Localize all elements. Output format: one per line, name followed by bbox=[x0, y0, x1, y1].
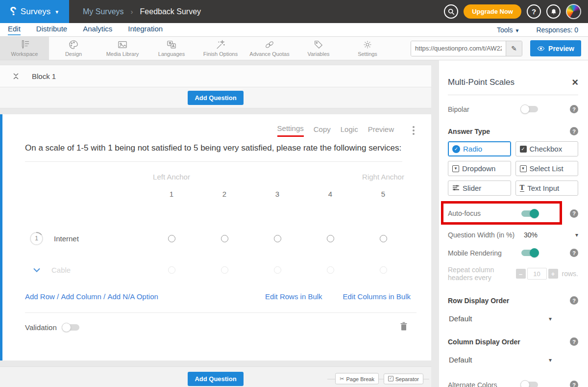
search-button[interactable] bbox=[444, 4, 458, 19]
preview-button[interactable]: Preview bbox=[530, 40, 581, 56]
question-width-value[interactable]: 30% bbox=[524, 231, 538, 239]
answer-type-radio[interactable]: ✓ Radio bbox=[448, 141, 511, 156]
collapse-block-button[interactable] bbox=[13, 73, 19, 79]
repeat-headers-value[interactable]: 10 bbox=[527, 268, 547, 280]
answer-type-dropdown[interactable]: ▼ Dropdown bbox=[448, 161, 511, 176]
chevron-down-icon: ▼ bbox=[54, 9, 59, 15]
plus-button[interactable]: + bbox=[548, 269, 558, 279]
help-icon[interactable]: ? bbox=[570, 337, 578, 346]
tab-distribute[interactable]: Distribute bbox=[36, 25, 67, 35]
radio-option[interactable] bbox=[221, 235, 228, 242]
validation-toggle[interactable] bbox=[63, 324, 79, 331]
help-button[interactable]: ? bbox=[527, 4, 541, 19]
avatar[interactable] bbox=[566, 4, 581, 19]
toolbar-advance-quotas[interactable]: Advance Quotas bbox=[245, 37, 294, 60]
edit-url-button[interactable]: ✎ bbox=[506, 41, 522, 56]
delete-question-button[interactable] bbox=[400, 322, 408, 333]
checkbox-icon: ✓ bbox=[520, 146, 527, 153]
toolbar-media-library[interactable]: Media Library bbox=[98, 37, 147, 60]
auto-focus-setting: Auto-focus ? bbox=[448, 204, 578, 223]
add-na-option-link[interactable]: Add N/A Option bbox=[107, 292, 158, 301]
tab-analytics[interactable]: Analytics bbox=[83, 25, 112, 35]
breadcrumb-parent[interactable]: My Surveys bbox=[83, 7, 124, 16]
upgrade-now-button[interactable]: Upgrade Now bbox=[464, 4, 521, 19]
toolbar-languages[interactable]: Languages bbox=[147, 37, 196, 60]
radio-option[interactable] bbox=[168, 235, 175, 242]
toolbar-workspace[interactable]: Workspace bbox=[0, 37, 49, 60]
help-icon[interactable]: ? bbox=[570, 105, 578, 113]
answer-type-header: Answer Type ? bbox=[448, 127, 578, 135]
edit-rows-bulk-link[interactable]: Edit Rows in Bulk bbox=[265, 292, 322, 301]
help-icon[interactable]: ? bbox=[570, 296, 578, 305]
repeat-headers-stepper: – 10 + bbox=[516, 268, 558, 280]
edit-columns-bulk-link[interactable]: Edit Columns in Bulk bbox=[343, 292, 411, 301]
column-header[interactable]: 4 bbox=[304, 190, 357, 198]
radio-option[interactable] bbox=[274, 266, 281, 274]
right-anchor-label[interactable]: Right Anchor bbox=[357, 173, 410, 181]
tab-integration[interactable]: Integration bbox=[128, 25, 163, 35]
responses-count[interactable]: Responses: 0 bbox=[536, 26, 578, 34]
answer-type-checkbox[interactable]: ✓ Checkbox bbox=[515, 141, 579, 156]
column-header[interactable]: 3 bbox=[251, 190, 304, 198]
radio-option[interactable] bbox=[274, 235, 281, 242]
tab-edit[interactable]: Edit bbox=[8, 25, 21, 35]
survey-url-input[interactable] bbox=[411, 41, 506, 56]
add-row-link[interactable]: Add Row bbox=[25, 292, 55, 301]
mobile-rendering-toggle[interactable] bbox=[521, 250, 538, 256]
column-header[interactable]: 5 bbox=[357, 190, 410, 198]
row-label[interactable]: Internet bbox=[54, 234, 79, 243]
alternate-colors-toggle[interactable] bbox=[521, 382, 538, 387]
toolbar-variables[interactable]: Variables bbox=[294, 37, 343, 60]
trash-icon bbox=[400, 322, 408, 331]
surveys-menu[interactable]: ? Surveys ▼ bbox=[0, 0, 69, 23]
radio-option[interactable] bbox=[327, 266, 334, 274]
notifications-button[interactable] bbox=[546, 4, 561, 19]
minus-button[interactable]: – bbox=[516, 269, 526, 279]
left-anchor-label[interactable]: Left Anchor bbox=[145, 173, 198, 181]
close-panel-button[interactable]: × bbox=[572, 77, 578, 88]
toolbar-settings[interactable]: Settings bbox=[343, 37, 392, 60]
radio-option[interactable] bbox=[380, 235, 387, 242]
page-break-button[interactable]: ✂ Page Break bbox=[335, 373, 379, 385]
row-display-order-select[interactable]: Default ▾ bbox=[448, 314, 552, 323]
question-tab-settings[interactable]: Settings bbox=[277, 124, 304, 137]
question-width-label: Question Width (in %) bbox=[448, 231, 524, 239]
answer-type-select-list[interactable]: ▼ Select List bbox=[515, 161, 579, 176]
question-menu-button[interactable] bbox=[411, 125, 416, 136]
add-question-button-top[interactable]: Add Question bbox=[188, 91, 243, 105]
radio-option[interactable] bbox=[327, 235, 334, 242]
question-text[interactable]: On a scale of 1-5 with 1 being not satis… bbox=[25, 142, 402, 162]
column-display-order-select[interactable]: Default ▾ bbox=[448, 356, 552, 364]
bipolar-toggle[interactable] bbox=[521, 106, 538, 112]
question-tab-copy[interactable]: Copy bbox=[314, 125, 331, 136]
toolbar-finish-options[interactable]: Finish Options bbox=[196, 37, 245, 60]
row-chevron-button[interactable] bbox=[33, 265, 41, 274]
nav-right: Tools ▼ Responses: 0 bbox=[497, 26, 580, 34]
help-icon[interactable]: ? bbox=[570, 127, 578, 135]
select-list-icon: ▼ bbox=[520, 165, 527, 172]
question-tab-logic[interactable]: Logic bbox=[341, 125, 358, 136]
eye-icon bbox=[537, 46, 545, 52]
auto-focus-toggle[interactable] bbox=[521, 210, 538, 217]
tools-dropdown[interactable]: Tools ▼ bbox=[497, 26, 519, 34]
radio-option[interactable] bbox=[380, 266, 387, 274]
radio-option[interactable] bbox=[168, 266, 175, 274]
row-display-order-label: Row Display Order bbox=[448, 297, 509, 305]
toolbar-design[interactable]: Design bbox=[49, 37, 98, 60]
add-question-button-bottom[interactable]: Add Question bbox=[188, 372, 243, 386]
add-column-link[interactable]: Add Column bbox=[61, 292, 101, 301]
question-tab-preview[interactable]: Preview bbox=[368, 125, 394, 136]
separator-button[interactable]: ✓ Separator bbox=[384, 373, 423, 384]
column-header[interactable]: 2 bbox=[198, 190, 251, 198]
answer-type-text-input[interactable]: T Text Input bbox=[515, 181, 579, 196]
alternate-colors-label: Alternate Colors bbox=[448, 381, 521, 387]
column-header[interactable]: 1 bbox=[145, 190, 198, 198]
help-icon[interactable]: ? bbox=[570, 209, 578, 218]
answer-type-slider[interactable]: Slider bbox=[448, 181, 511, 196]
help-icon[interactable]: ? bbox=[570, 381, 578, 387]
radio-option[interactable] bbox=[221, 266, 228, 274]
survey-url-wrap: ✎ bbox=[411, 41, 522, 56]
help-icon[interactable]: ? bbox=[570, 249, 578, 257]
row-label[interactable]: Cable bbox=[51, 266, 71, 274]
chevron-down-icon[interactable]: ▾ bbox=[575, 232, 578, 238]
